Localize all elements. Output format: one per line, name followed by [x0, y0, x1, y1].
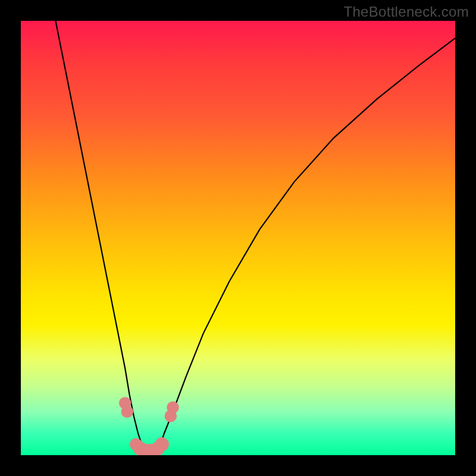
data-point: [121, 406, 133, 418]
marker-group: [119, 397, 179, 455]
data-point: [167, 401, 178, 413]
data-point: [155, 437, 169, 451]
chart-frame: TheBottleneck.com: [0, 0, 476, 476]
chart-svg: [21, 21, 455, 455]
plot-area: [21, 21, 455, 455]
watermark-text: TheBottleneck.com: [343, 4, 469, 20]
bottleneck-curve: [55, 21, 455, 455]
